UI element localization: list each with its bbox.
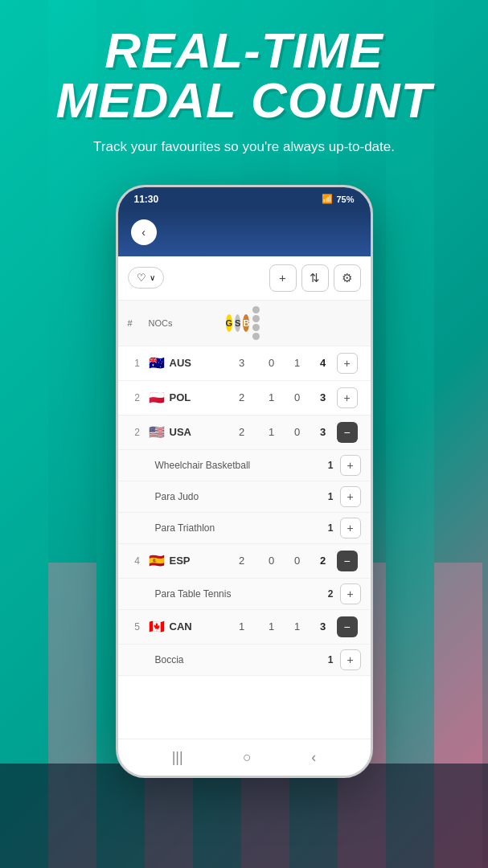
sport-wheelchair: Wheelchair Basketball <box>155 460 251 471</box>
sport-tabletennis: Para Table Tennis <box>155 588 232 600</box>
collapse-usa[interactable]: − <box>337 422 358 443</box>
expand-boccia[interactable]: + <box>340 649 361 670</box>
gold-pol: 2 <box>226 391 258 403</box>
sub-row-judo: Para Judo 1 + <box>118 481 371 513</box>
phone-notch <box>220 187 269 203</box>
sub-row-right: 1 + <box>328 455 361 476</box>
nav-back-icon[interactable]: ‹ <box>311 749 316 766</box>
sub-row-boccia: Boccia 1 + <box>118 645 371 676</box>
expand-aus[interactable]: + <box>337 353 358 374</box>
toolbar-right: + ⇅ ⚙ <box>269 264 361 292</box>
phone-nav: ||| ○ ‹ <box>118 739 371 776</box>
sub-row-triathlon: Para Triathlon 1 + <box>118 513 371 544</box>
expand-wheelchair[interactable]: + <box>340 455 361 476</box>
hero-title-line1: Real-Time <box>16 26 472 76</box>
flag-can: 🇨🇦 <box>149 619 165 634</box>
battery-text: 75% <box>336 194 354 204</box>
bronze-esp: 0 <box>285 555 310 567</box>
table-row: 5 🇨🇦 CAN 1 1 1 3 − <box>118 610 371 645</box>
rank-2b: 2 <box>128 427 147 438</box>
country-can: 🇨🇦 CAN <box>149 619 224 634</box>
table-header: # NOCs G S B <box>118 301 371 346</box>
total-pol: 3 <box>311 391 335 403</box>
heart-icon: ♡ <box>137 272 146 284</box>
code-pol: POL <box>170 391 191 403</box>
gold-aus: 3 <box>226 357 258 369</box>
total-can: 3 <box>311 620 335 633</box>
status-right: 📶 75% <box>322 194 354 204</box>
table-row: 2 🇵🇱 POL 2 1 0 3 + <box>118 381 371 416</box>
rank-4: 4 <box>128 555 147 567</box>
flag-esp: 🇪🇸 <box>149 553 165 568</box>
nocs-header: NOCs <box>149 318 224 328</box>
gold-can: 1 <box>226 620 258 633</box>
wifi-icon: 📶 <box>322 194 333 204</box>
add-button[interactable]: + <box>269 264 297 292</box>
sport-triathlon: Para Triathlon <box>155 522 215 534</box>
bronze-usa: 0 <box>285 426 310 438</box>
gold-usa: 2 <box>226 426 258 438</box>
expand-triathlon[interactable]: + <box>340 518 361 538</box>
rank-2a: 2 <box>128 392 147 403</box>
chevron-down-icon: ∨ <box>150 273 155 282</box>
medal-headers: G S B <box>226 305 258 341</box>
expand-pol[interactable]: + <box>337 387 358 408</box>
nav-menu-icon[interactable]: ||| <box>172 749 183 766</box>
svg-rect-10 <box>0 764 488 868</box>
sub-row-right: 2 + <box>328 583 361 604</box>
total-aus: 4 <box>311 357 335 369</box>
svg-rect-9 <box>434 563 482 868</box>
bronze-header: B <box>243 314 249 332</box>
bronze-aus: 1 <box>285 357 310 369</box>
back-button[interactable]: ‹ <box>131 219 157 245</box>
code-aus: AUS <box>170 357 191 369</box>
rank-1: 1 <box>128 358 147 369</box>
nav-home-icon[interactable]: ○ <box>243 749 252 766</box>
sub-row-right: 1 + <box>328 486 361 507</box>
bronze-can: 1 <box>285 620 310 633</box>
sub-row-right: 1 + <box>328 649 361 670</box>
hero-subtitle: Track your favourites so you're always u… <box>16 137 472 158</box>
filter-button[interactable]: ⚙ <box>334 264 361 292</box>
sub-row-right: 1 + <box>328 518 361 538</box>
flag-usa: 🇺🇸 <box>149 424 165 440</box>
flag-aus: 🇦🇺 <box>149 355 165 371</box>
total-esp: 2 <box>311 555 335 567</box>
collapse-can[interactable]: − <box>337 616 358 637</box>
expand-tabletennis[interactable]: + <box>340 583 361 604</box>
code-can: CAN <box>170 620 192 633</box>
toolbar: ♡ ∨ + ⇅ ⚙ <box>118 256 371 301</box>
hero-title: Real-Time Medal Count <box>16 26 472 125</box>
total-usa: 3 <box>311 426 335 438</box>
table-row: 2 🇺🇸 USA 2 1 0 3 − <box>118 416 371 450</box>
count-wheelchair: 1 <box>328 460 334 471</box>
count-triathlon: 1 <box>328 522 334 534</box>
country-usa: 🇺🇸 USA <box>149 424 224 440</box>
count-judo: 1 <box>328 491 334 502</box>
toolbar-left: ♡ ∨ <box>128 267 164 289</box>
bronze-pol: 0 <box>285 391 310 403</box>
silver-aus: 0 <box>260 357 284 369</box>
silver-usa: 1 <box>260 426 284 438</box>
count-tabletennis: 2 <box>328 588 334 600</box>
sort-button[interactable]: ⇅ <box>301 264 329 292</box>
count-boccia: 1 <box>328 654 334 665</box>
status-time: 11:30 <box>134 194 159 205</box>
svg-rect-5 <box>48 563 96 868</box>
rank-header: # <box>128 318 147 328</box>
sub-row-tabletennis: Para Table Tennis 2 + <box>118 579 371 610</box>
favorites-button[interactable]: ♡ ∨ <box>128 267 164 289</box>
sport-boccia: Boccia <box>155 654 184 665</box>
hero-title-line2: Medal Count <box>16 76 472 125</box>
table-row: 4 🇪🇸 ESP 2 0 0 2 − <box>118 544 371 579</box>
table-row: 1 🇦🇺 AUS 3 0 1 4 + <box>118 346 371 381</box>
rank-5: 5 <box>128 621 147 633</box>
silver-header: S <box>235 314 240 332</box>
sport-judo: Para Judo <box>155 491 199 502</box>
code-usa: USA <box>170 426 191 438</box>
app-header: ‹ <box>118 208 371 256</box>
phone-mockup: 11:30 📶 75% ‹ ♡ ∨ + ⇅ ⚙ # <box>116 185 373 778</box>
expand-judo[interactable]: + <box>340 486 361 507</box>
collapse-esp[interactable]: − <box>337 551 358 571</box>
app-content: ♡ ∨ + ⇅ ⚙ # NOCs G S B <box>118 256 371 739</box>
